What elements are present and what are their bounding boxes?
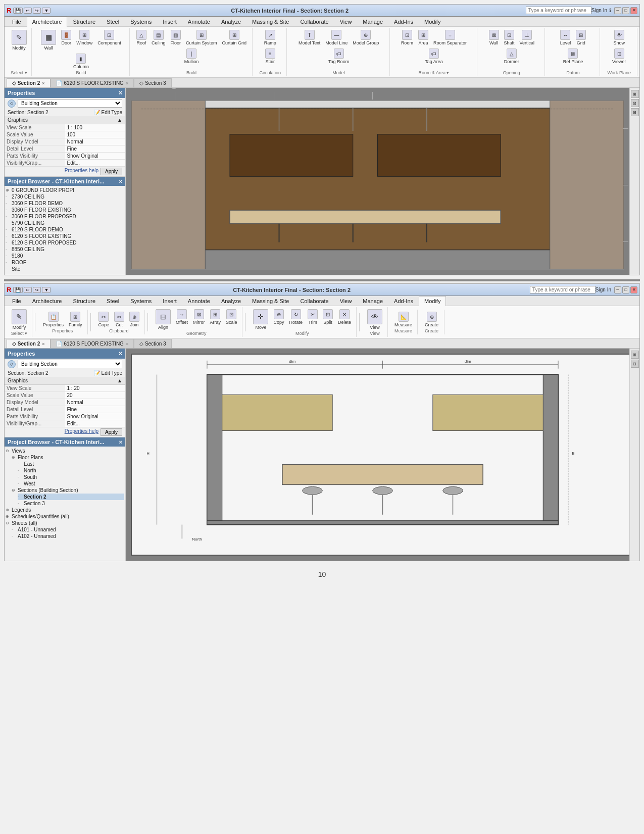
view-controls-1[interactable]: ⊞ — [631, 90, 639, 98]
floor-plan-view[interactable]: dim dim — [131, 354, 634, 556]
pb-item-7[interactable]: · 6120 S FLOOR EXISTING — [6, 233, 124, 239]
quick-access-options-2[interactable]: ▼ — [42, 287, 51, 293]
pb-item-1[interactable]: · 2730 CEILING — [6, 193, 124, 200]
prop-btn[interactable]: 📋 Properties — [41, 311, 66, 328]
close-button-2[interactable]: ✕ — [630, 286, 637, 293]
tab-steel[interactable]: Steel — [101, 17, 125, 26]
visibility-value[interactable]: Edit... — [65, 160, 126, 167]
search-input[interactable] — [526, 7, 591, 14]
modify-button[interactable]: ✎ Modify — [10, 29, 29, 52]
section-type-dropdown[interactable]: Building Section — [18, 99, 122, 108]
model-line-button[interactable]: — Model Line — [323, 29, 350, 46]
view-controls-2b[interactable]: ⊡ — [631, 360, 639, 368]
shaft-button[interactable]: ⊡ Shaft — [502, 29, 517, 46]
view-scale-value[interactable]: 1 : 100 — [65, 124, 126, 131]
modify-tool-btn[interactable]: ✎ Modify — [10, 308, 29, 331]
scale-value-value[interactable]: 100 — [65, 131, 126, 138]
quick-access-undo-2[interactable]: ↩ — [24, 287, 32, 293]
rotate-btn[interactable]: ↻ Rotate — [287, 308, 305, 326]
vertical-button[interactable]: ⊥ Vertical — [518, 29, 537, 46]
grid-button[interactable]: ⊞ Grid — [574, 29, 588, 46]
maximize-button[interactable]: □ — [622, 7, 629, 14]
tab2-insert[interactable]: Insert — [157, 296, 182, 306]
door-button[interactable]: 🚪 Door — [59, 29, 73, 46]
tab2-manage[interactable]: Manage — [357, 296, 388, 306]
sign-in-link[interactable]: Sign In — [591, 8, 607, 13]
quick-access-options[interactable]: ▼ — [42, 8, 51, 14]
roof-button[interactable]: △ Roof — [134, 29, 148, 46]
tab2-analyze[interactable]: Analyze — [216, 296, 246, 306]
viewer-button[interactable]: ⊡ Viewer — [610, 47, 628, 65]
tag-area-button[interactable]: 🏷 Tag Area — [423, 47, 445, 65]
tab-structure[interactable]: Structure — [67, 17, 101, 26]
ramp-button[interactable]: ↗ Ramp — [262, 29, 278, 46]
tab-file[interactable]: File — [7, 17, 27, 26]
pb-close-1[interactable]: × — [119, 178, 122, 184]
show-button[interactable]: 👁 Show — [611, 29, 627, 46]
tab2-architecture[interactable]: Architecture — [27, 296, 68, 306]
split-btn[interactable]: ⊡ Split — [321, 308, 335, 326]
quick-access-undo[interactable]: ↩ — [24, 8, 32, 14]
view-controls-2[interactable]: ⊡ — [631, 99, 639, 107]
pb-schedules[interactable]: ⊕ Schedules/Quantities (all) — [6, 513, 124, 520]
pb-item-0[interactable]: ⊕ 0 GROUND FLOOR PROPI — [6, 187, 124, 193]
pb-item-south[interactable]: · South — [18, 474, 124, 480]
pb-item-west[interactable]: · West — [18, 480, 124, 487]
pb-item-north[interactable]: · North — [18, 467, 124, 474]
search-input-2[interactable] — [530, 286, 596, 293]
stair-button[interactable]: ≡ Stair — [263, 47, 277, 65]
properties-help-link-1[interactable]: Properties help — [65, 168, 98, 175]
visibility-value-2[interactable]: Edit... — [65, 420, 126, 427]
view-scale-value-2[interactable]: 1 : 20 — [65, 385, 126, 392]
pb-item-east[interactable]: · East — [18, 461, 124, 467]
pb-item-4[interactable]: · 3060 F FLOOR PROPOSED — [6, 213, 124, 220]
pb-item-3[interactable]: · 3060 F FLOOR EXISTING — [6, 207, 124, 213]
cut-btn[interactable]: ✂ Cut — [112, 311, 126, 328]
model-text-button[interactable]: T Model Text — [296, 29, 322, 46]
array-btn[interactable]: ⊞ Array — [208, 308, 223, 326]
scale-btn[interactable]: ⊡ Scale — [224, 308, 239, 326]
tab2-annotate[interactable]: Annotate — [182, 296, 216, 306]
ref-plane-button[interactable]: ⊠ Ref Plane — [561, 47, 585, 65]
section-type-dropdown-2[interactable]: Building Section — [18, 360, 122, 368]
copy-btn[interactable]: ⊕ Copy — [271, 308, 286, 326]
curtain-grid-button[interactable]: ⊞ Curtain Grid — [220, 29, 249, 46]
view-controls-2a[interactable]: ⊞ — [631, 351, 639, 359]
pb-floor-plans[interactable]: ⊖ Floor Plans — [12, 454, 124, 461]
tab2-addins[interactable]: Add-Ins — [388, 296, 419, 306]
pb-item-6[interactable]: · 6120 S FLOOR DEMO — [6, 226, 124, 233]
move-btn[interactable]: ✛ Move — [251, 308, 270, 331]
quick-access-save-2[interactable]: 💾 — [13, 287, 23, 293]
tab-manage[interactable]: Manage — [357, 17, 388, 26]
mullion-button[interactable]: | Mullion — [182, 47, 201, 65]
cope-btn[interactable]: ✂ Cope — [96, 311, 112, 328]
curtain-system-button[interactable]: ⊞ Curtain System — [184, 29, 219, 46]
graphics-expand-2[interactable]: ▲ — [117, 378, 122, 383]
tab-addins[interactable]: Add-Ins — [388, 17, 419, 26]
quick-access-redo[interactable]: ↪ — [33, 8, 41, 14]
opening-wall-button[interactable]: ⊠ Wall — [487, 29, 501, 46]
tab-analyze[interactable]: Analyze — [216, 17, 246, 26]
graphics-expand-1[interactable]: ▲ — [117, 117, 122, 123]
pb-item-section3[interactable]: · Section 3 — [18, 500, 124, 507]
maximize-button-2[interactable]: □ — [622, 286, 629, 293]
section2-tab-close[interactable]: × — [42, 81, 44, 86]
floor-existing-close-2[interactable]: × — [126, 341, 128, 347]
pb-item-roof[interactable]: · ROOF — [6, 259, 124, 266]
minimize-button-2[interactable]: ─ — [614, 286, 621, 293]
room-button[interactable]: ⊡ Room — [399, 29, 415, 46]
ceiling-button[interactable]: ▤ Ceiling — [150, 29, 168, 46]
info-icon[interactable]: ℹ — [609, 8, 611, 13]
tab2-file[interactable]: File — [7, 296, 27, 306]
pb-item-a101[interactable]: · A101 - Unnamed — [12, 526, 124, 533]
view-tab-floor-existing[interactable]: 📄 6120 S FLOOR EXISTING × — [51, 78, 134, 87]
floor-existing-close[interactable]: × — [126, 81, 128, 86]
view-tab-section3[interactable]: ◇ Section 3 — [134, 78, 171, 87]
display-model-value-2[interactable]: Normal — [65, 399, 126, 406]
align-btn[interactable]: ⊟ Align — [154, 308, 173, 331]
window-button[interactable]: ⊞ Window — [74, 29, 94, 46]
view-tab2-floor-existing[interactable]: 📄 6120 S FLOOR EXISTING × — [51, 339, 134, 348]
tab-insert[interactable]: Insert — [157, 17, 182, 26]
pb-sections-group[interactable]: ⊖ Sections (Building Section) — [12, 487, 124, 494]
tab-architecture[interactable]: Architecture — [27, 17, 68, 27]
